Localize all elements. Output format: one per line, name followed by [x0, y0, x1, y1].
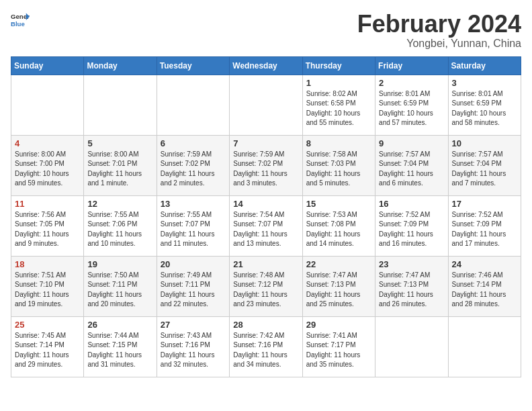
day-number: 5	[87, 138, 152, 148]
day-info: Sunrise: 8:02 AM Sunset: 6:58 PM Dayligh…	[306, 89, 371, 128]
day-number: 18	[15, 259, 80, 269]
day-info: Sunrise: 7:53 AM Sunset: 7:08 PM Dayligh…	[306, 210, 371, 249]
calendar-cell: 17Sunrise: 7:52 AM Sunset: 7:09 PM Dayli…	[448, 195, 521, 256]
calendar-cell: 6Sunrise: 7:59 AM Sunset: 7:02 PM Daylig…	[157, 135, 229, 195]
day-number: 12	[87, 199, 152, 209]
calendar-day-header: Tuesday	[157, 56, 229, 75]
calendar-cell	[84, 75, 157, 135]
calendar-week-row: 11Sunrise: 7:56 AM Sunset: 7:05 PM Dayli…	[11, 195, 521, 256]
calendar-subtitle: Yongbei, Yunnan, China	[357, 38, 521, 50]
day-info: Sunrise: 7:47 AM Sunset: 7:13 PM Dayligh…	[306, 271, 371, 310]
day-number: 22	[306, 259, 371, 269]
day-info: Sunrise: 7:47 AM Sunset: 7:13 PM Dayligh…	[379, 271, 444, 310]
calendar-table: SundayMondayTuesdayWednesdayThursdayFrid…	[11, 56, 521, 377]
calendar-cell: 21Sunrise: 7:48 AM Sunset: 7:12 PM Dayli…	[230, 256, 302, 316]
calendar-cell	[448, 316, 521, 377]
day-info: Sunrise: 7:49 AM Sunset: 7:11 PM Dayligh…	[161, 271, 226, 310]
calendar-day-header: Monday	[84, 56, 157, 75]
calendar-cell: 22Sunrise: 7:47 AM Sunset: 7:13 PM Dayli…	[302, 256, 375, 316]
day-info: Sunrise: 7:51 AM Sunset: 7:10 PM Dayligh…	[15, 271, 80, 310]
day-number: 3	[452, 78, 517, 88]
calendar-cell: 12Sunrise: 7:55 AM Sunset: 7:06 PM Dayli…	[84, 195, 157, 256]
day-info: Sunrise: 8:00 AM Sunset: 7:01 PM Dayligh…	[87, 150, 152, 189]
calendar-cell	[230, 75, 302, 135]
logo: General Blue	[11, 11, 30, 30]
day-number: 9	[379, 138, 444, 148]
page-header: General Blue February 2024 Yongbei, Yunn…	[11, 11, 521, 50]
calendar-cell: 7Sunrise: 7:59 AM Sunset: 7:02 PM Daylig…	[230, 135, 302, 195]
day-info: Sunrise: 7:57 AM Sunset: 7:04 PM Dayligh…	[379, 150, 444, 189]
day-number: 11	[15, 199, 80, 209]
day-number: 6	[161, 138, 226, 148]
calendar-day-header: Friday	[375, 56, 448, 75]
day-info: Sunrise: 7:58 AM Sunset: 7:03 PM Dayligh…	[306, 150, 371, 189]
calendar-cell: 19Sunrise: 7:50 AM Sunset: 7:11 PM Dayli…	[84, 256, 157, 316]
day-number: 16	[379, 199, 444, 209]
calendar-cell: 11Sunrise: 7:56 AM Sunset: 7:05 PM Dayli…	[11, 195, 84, 256]
day-number: 23	[379, 259, 444, 269]
calendar-cell: 1Sunrise: 8:02 AM Sunset: 6:58 PM Daylig…	[302, 75, 375, 135]
day-info: Sunrise: 7:44 AM Sunset: 7:15 PM Dayligh…	[87, 331, 152, 370]
day-info: Sunrise: 7:42 AM Sunset: 7:16 PM Dayligh…	[233, 331, 298, 370]
calendar-title: February 2024	[357, 11, 521, 38]
calendar-cell: 16Sunrise: 7:52 AM Sunset: 7:09 PM Dayli…	[375, 195, 448, 256]
day-number: 17	[452, 199, 517, 209]
calendar-cell: 2Sunrise: 8:01 AM Sunset: 6:59 PM Daylig…	[375, 75, 448, 135]
calendar-cell: 15Sunrise: 7:53 AM Sunset: 7:08 PM Dayli…	[302, 195, 375, 256]
calendar-cell: 20Sunrise: 7:49 AM Sunset: 7:11 PM Dayli…	[157, 256, 229, 316]
calendar-week-row: 4Sunrise: 8:00 AM Sunset: 7:00 PM Daylig…	[11, 135, 521, 195]
calendar-day-header: Sunday	[11, 56, 84, 75]
day-info: Sunrise: 8:01 AM Sunset: 6:59 PM Dayligh…	[379, 89, 444, 128]
calendar-cell: 26Sunrise: 7:44 AM Sunset: 7:15 PM Dayli…	[84, 316, 157, 377]
day-number: 27	[161, 320, 226, 330]
calendar-cell: 3Sunrise: 8:01 AM Sunset: 6:59 PM Daylig…	[448, 75, 521, 135]
day-number: 21	[233, 259, 298, 269]
day-number: 25	[15, 320, 80, 330]
day-info: Sunrise: 7:46 AM Sunset: 7:14 PM Dayligh…	[452, 271, 517, 310]
day-info: Sunrise: 7:59 AM Sunset: 7:02 PM Dayligh…	[161, 150, 226, 189]
calendar-cell	[11, 75, 84, 135]
day-number: 8	[306, 138, 371, 148]
day-info: Sunrise: 7:45 AM Sunset: 7:14 PM Dayligh…	[15, 331, 80, 370]
calendar-day-header: Saturday	[448, 56, 521, 75]
day-number: 10	[452, 138, 517, 148]
svg-text:Blue: Blue	[11, 20, 25, 28]
calendar-cell: 4Sunrise: 8:00 AM Sunset: 7:00 PM Daylig…	[11, 135, 84, 195]
calendar-week-row: 18Sunrise: 7:51 AM Sunset: 7:10 PM Dayli…	[11, 256, 521, 316]
day-info: Sunrise: 7:50 AM Sunset: 7:11 PM Dayligh…	[87, 271, 152, 310]
day-number: 24	[452, 259, 517, 269]
day-info: Sunrise: 7:56 AM Sunset: 7:05 PM Dayligh…	[15, 210, 80, 249]
day-info: Sunrise: 7:52 AM Sunset: 7:09 PM Dayligh…	[452, 210, 517, 249]
calendar-header-row: SundayMondayTuesdayWednesdayThursdayFrid…	[11, 56, 521, 75]
day-number: 7	[233, 138, 298, 148]
calendar-cell: 27Sunrise: 7:43 AM Sunset: 7:16 PM Dayli…	[157, 316, 229, 377]
day-info: Sunrise: 7:41 AM Sunset: 7:17 PM Dayligh…	[306, 331, 371, 370]
day-info: Sunrise: 7:55 AM Sunset: 7:07 PM Dayligh…	[161, 210, 226, 249]
calendar-cell: 29Sunrise: 7:41 AM Sunset: 7:17 PM Dayli…	[302, 316, 375, 377]
day-info: Sunrise: 7:52 AM Sunset: 7:09 PM Dayligh…	[379, 210, 444, 249]
day-info: Sunrise: 8:01 AM Sunset: 6:59 PM Dayligh…	[452, 89, 517, 128]
calendar-cell: 23Sunrise: 7:47 AM Sunset: 7:13 PM Dayli…	[375, 256, 448, 316]
calendar-cell: 10Sunrise: 7:57 AM Sunset: 7:04 PM Dayli…	[448, 135, 521, 195]
day-info: Sunrise: 7:48 AM Sunset: 7:12 PM Dayligh…	[233, 271, 298, 310]
day-number: 20	[161, 259, 226, 269]
day-number: 4	[15, 138, 80, 148]
calendar-day-header: Wednesday	[230, 56, 302, 75]
calendar-cell: 13Sunrise: 7:55 AM Sunset: 7:07 PM Dayli…	[157, 195, 229, 256]
day-number: 15	[306, 199, 371, 209]
calendar-cell: 5Sunrise: 8:00 AM Sunset: 7:01 PM Daylig…	[84, 135, 157, 195]
calendar-cell: 14Sunrise: 7:54 AM Sunset: 7:07 PM Dayli…	[230, 195, 302, 256]
day-info: Sunrise: 7:57 AM Sunset: 7:04 PM Dayligh…	[452, 150, 517, 189]
calendar-cell: 9Sunrise: 7:57 AM Sunset: 7:04 PM Daylig…	[375, 135, 448, 195]
day-number: 19	[87, 259, 152, 269]
calendar-cell: 25Sunrise: 7:45 AM Sunset: 7:14 PM Dayli…	[11, 316, 84, 377]
calendar-cell: 24Sunrise: 7:46 AM Sunset: 7:14 PM Dayli…	[448, 256, 521, 316]
day-info: Sunrise: 7:43 AM Sunset: 7:16 PM Dayligh…	[161, 331, 226, 370]
day-number: 1	[306, 78, 371, 88]
day-number: 29	[306, 320, 371, 330]
day-info: Sunrise: 7:59 AM Sunset: 7:02 PM Dayligh…	[233, 150, 298, 189]
day-info: Sunrise: 8:00 AM Sunset: 7:00 PM Dayligh…	[15, 150, 80, 189]
calendar-day-header: Thursday	[302, 56, 375, 75]
calendar-week-row: 1Sunrise: 8:02 AM Sunset: 6:58 PM Daylig…	[11, 75, 521, 135]
day-info: Sunrise: 7:55 AM Sunset: 7:06 PM Dayligh…	[87, 210, 152, 249]
